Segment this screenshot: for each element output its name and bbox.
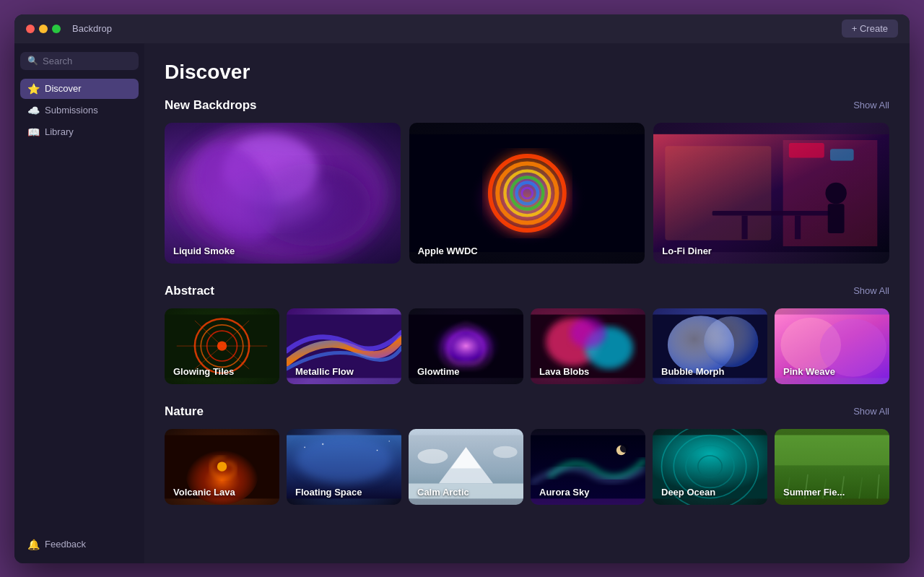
card-apple-wwdc[interactable]: Apple WWDC <box>409 123 645 264</box>
svg-point-36 <box>430 318 502 373</box>
card-pink-weave[interactable]: Pink Weave <box>775 308 889 384</box>
svg-point-60 <box>418 448 448 463</box>
section-title-nature: Nature <box>165 404 204 419</box>
fullscreen-button[interactable] <box>52 25 61 33</box>
card-label-pink-weave: Pink Weave <box>783 366 835 377</box>
abstract-grid: Glowing Tiles <box>165 308 889 384</box>
card-label-deep-ocean: Deep Ocean <box>661 487 715 498</box>
card-label-liquid-smoke: Liquid Smoke <box>173 246 235 256</box>
svg-point-52 <box>304 446 305 448</box>
svg-point-54 <box>377 449 378 451</box>
minimize-button[interactable] <box>39 25 48 33</box>
card-label-metallic-flow: Metallic Flow <box>295 366 354 377</box>
svg-rect-71 <box>775 435 889 465</box>
card-summer-field[interactable]: Summer Fie... <box>775 429 889 505</box>
book-icon: 📖 <box>27 126 39 138</box>
search-input[interactable] <box>43 56 131 66</box>
card-label-floating-space: Floating Space <box>295 487 362 498</box>
window-title: Backdrop <box>72 23 112 34</box>
svg-rect-21 <box>789 143 824 157</box>
card-label-apple-wwdc: Apple WWDC <box>418 246 478 256</box>
show-all-abstract[interactable]: Show All <box>853 285 889 296</box>
svg-rect-20 <box>828 204 845 233</box>
show-all-new-backdrops[interactable]: Show All <box>853 100 889 110</box>
card-floating-space[interactable]: Floating Space <box>287 429 401 505</box>
svg-point-3 <box>224 134 318 204</box>
card-label-volcanic-lava: Volcanic Lava <box>173 487 235 498</box>
card-label-calm-arctic: Calm Arctic <box>417 487 469 498</box>
svg-point-49 <box>217 461 227 471</box>
svg-rect-14 <box>666 146 772 240</box>
svg-point-40 <box>570 317 606 347</box>
svg-point-64 <box>620 444 629 453</box>
card-label-lofi-diner: Lo-Fi Diner <box>662 246 712 256</box>
svg-point-19 <box>826 182 847 203</box>
card-aurora-sky[interactable]: Aurora Sky <box>531 429 645 505</box>
card-calm-arctic[interactable]: Calm Arctic <box>409 429 523 505</box>
card-label-lava-blobs: Lava Blobs <box>539 366 589 377</box>
close-button[interactable] <box>26 25 35 33</box>
feedback-label: Feedback <box>45 539 86 550</box>
svg-point-55 <box>388 441 390 442</box>
traffic-lights <box>26 25 61 33</box>
content-area: Discover New Backdrops Show All <box>144 43 910 563</box>
main-layout: 🔍 ⭐ Discover ☁️ Submissions 📖 Library 🔔 … <box>14 43 910 563</box>
svg-rect-16 <box>712 210 830 215</box>
titlebar-left: Backdrop <box>26 23 112 34</box>
svg-point-51 <box>296 435 393 483</box>
sidebar-item-library[interactable]: 📖 Library <box>20 122 139 142</box>
section-title-abstract: Abstract <box>165 284 214 298</box>
card-volcanic-lava[interactable]: Volcanic Lava <box>165 429 279 505</box>
sidebar-label-discover: Discover <box>45 83 82 94</box>
section-new-backdrops: New Backdrops Show All <box>165 98 889 264</box>
card-lava-blobs[interactable]: Lava Blobs <box>531 308 645 384</box>
card-glowtime[interactable]: Glowtime <box>409 308 523 384</box>
app-window: Backdrop + Create 🔍 ⭐ Discover ☁️ Submis… <box>14 14 910 563</box>
search-icon: 🔍 <box>27 56 38 66</box>
star-icon: ⭐ <box>27 83 39 95</box>
backdrops-grid: Liquid Smoke <box>165 123 889 264</box>
section-header-abstract: Abstract Show All <box>165 284 889 298</box>
card-lofi-diner[interactable]: Lo-Fi Diner <box>653 123 889 264</box>
card-label-glowtime: Glowtime <box>417 366 460 377</box>
nature-grid: Volcanic Lava <box>165 429 889 505</box>
sidebar: 🔍 ⭐ Discover ☁️ Submissions 📖 Library 🔔 … <box>14 43 144 563</box>
cloud-icon: ☁️ <box>27 105 39 116</box>
section-header-nature: Nature Show All <box>165 404 889 419</box>
svg-point-33 <box>217 341 227 350</box>
svg-rect-17 <box>742 215 748 239</box>
svg-point-2 <box>253 163 370 246</box>
card-metallic-flow[interactable]: Metallic Flow <box>287 308 401 384</box>
card-label-bubble-morph: Bubble Morph <box>661 366 724 377</box>
section-header-new-backdrops: New Backdrops Show All <box>165 98 889 113</box>
feedback-icon: 🔔 <box>27 539 39 550</box>
card-deep-ocean[interactable]: Deep Ocean <box>653 429 767 505</box>
card-liquid-smoke[interactable]: Liquid Smoke <box>165 123 401 264</box>
section-nature: Nature Show All <box>165 404 889 505</box>
card-label-summer-field: Summer Fie... <box>783 487 845 498</box>
feedback-button[interactable]: 🔔 Feedback <box>20 534 139 555</box>
svg-rect-18 <box>795 215 801 239</box>
section-title-new-backdrops: New Backdrops <box>165 98 257 113</box>
sidebar-label-submissions: Submissions <box>45 105 98 116</box>
create-button[interactable]: + Create <box>842 19 898 38</box>
sidebar-item-discover[interactable]: ⭐ Discover <box>20 79 139 99</box>
section-abstract: Abstract Show All <box>165 284 889 384</box>
card-label-aurora-sky: Aurora Sky <box>539 487 589 498</box>
card-label-glowing-tiles: Glowing Tiles <box>173 366 234 377</box>
svg-point-43 <box>704 316 758 367</box>
sidebar-label-library: Library <box>45 126 74 137</box>
svg-rect-22 <box>830 149 854 160</box>
show-all-nature[interactable]: Show All <box>853 406 889 417</box>
search-box[interactable]: 🔍 <box>20 52 139 70</box>
page-title: Discover <box>165 61 889 84</box>
card-glowing-tiles[interactable]: Glowing Tiles <box>165 308 279 384</box>
svg-point-53 <box>322 443 324 445</box>
sidebar-item-submissions[interactable]: ☁️ Submissions <box>20 100 139 121</box>
svg-point-61 <box>493 446 517 458</box>
titlebar: Backdrop + Create <box>14 14 910 43</box>
sidebar-spacer <box>20 144 139 534</box>
card-bubble-morph[interactable]: Bubble Morph <box>653 308 767 384</box>
